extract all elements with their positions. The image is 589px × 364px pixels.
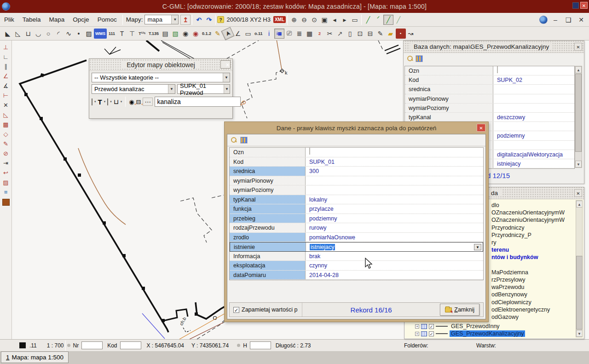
checkbox-checked-icon[interactable]: ✓ <box>429 331 434 336</box>
property-value[interactable]: 300 <box>306 167 483 176</box>
close-icon[interactable]: ✕ <box>220 60 231 69</box>
spline-icon[interactable]: ∿ <box>64 29 74 39</box>
line-styles-icon[interactable]: ≡ <box>1 187 11 197</box>
property-value[interactable]: digitalizacjaIWektoryzacja <box>493 150 574 159</box>
node-on-line-icon[interactable]: ⊥ <box>1 42 11 52</box>
chevron-down-icon[interactable]: ▼ <box>168 85 175 93</box>
property-value[interactable] <box>306 176 483 185</box>
zoom-window-icon[interactable]: ▭ <box>350 15 360 25</box>
split-icon[interactable]: ✂ <box>325 29 335 39</box>
text-135-icon[interactable]: T.135 <box>147 29 160 39</box>
mapy-combobox[interactable]: mapa ▼ <box>144 15 179 24</box>
fill-style-icon[interactable]: ▨ <box>84 29 94 39</box>
property-value[interactable] <box>493 85 574 93</box>
hatch-cross-icon[interactable]: ▩ <box>1 120 11 129</box>
chevron-down-icon[interactable]: ▾ <box>94 100 96 104</box>
legend-item[interactable]: rzPrzesylowy <box>491 277 525 283</box>
table-row[interactable]: dataPomiaru2014-04-28 <box>230 271 483 280</box>
chevron-down-icon[interactable]: ▼ <box>223 73 230 82</box>
numbering-icon[interactable]: 0.1.2 <box>201 29 213 39</box>
table-view-icon[interactable] <box>416 56 422 62</box>
nr-input[interactable] <box>81 341 103 349</box>
database-table-scrollbar[interactable]: ▲ ▼ <box>575 66 582 168</box>
property-value[interactable]: deszczowy <box>493 113 574 121</box>
legend-item[interactable]: odCieplowniczy <box>491 299 531 306</box>
legend-scrollbar[interactable]: ▲ ▼ <box>576 200 583 337</box>
legend-item[interactable]: MaPodziemna <box>491 269 528 276</box>
info-icon[interactable]: i <box>264 29 274 39</box>
checkbox-checked-icon[interactable]: ✓ <box>233 307 239 313</box>
polyline-node-icon[interactable]: ∡ <box>1 81 11 91</box>
more-options-button[interactable]: ⋯ <box>143 98 153 106</box>
draw-polyline-icon[interactable]: ╱ <box>363 15 373 25</box>
redo-button[interactable]: ↷ <box>204 15 214 25</box>
map-pin-icon[interactable]: • <box>396 29 406 39</box>
search-icon[interactable] <box>231 137 237 143</box>
menu-tabela[interactable]: Tabela <box>18 14 45 25</box>
table-row[interactable]: typKanallokalny <box>230 195 483 205</box>
chevron-down-icon[interactable]: ▾ <box>110 100 112 104</box>
zoom-in-icon[interactable]: ⊕ <box>289 15 299 25</box>
category-combobox[interactable]: -- Wszystkie kategorie -- ▼ <box>92 73 230 82</box>
document-icon[interactable]: ▯ <box>345 29 355 39</box>
table-row[interactable]: Informacjabrak <box>230 252 483 261</box>
scrollbar-thumb[interactable] <box>575 74 582 152</box>
h-input[interactable] <box>250 341 271 349</box>
symbol-filter-button[interactable]: ◉« <box>129 98 134 105</box>
send-to-map-icon[interactable]: ↥ <box>180 15 191 25</box>
draw-hv-line-icon[interactable]: ╱ <box>393 15 404 25</box>
table-row[interactable]: KodSUPK_01 <box>230 157 483 167</box>
legend-item[interactable]: terenu <box>491 247 509 253</box>
close-icon[interactable]: ✕ <box>574 43 582 51</box>
red-pencil-icon[interactable]: ✎ <box>1 139 11 149</box>
legend-tree-item[interactable]: +✓GES_PrzewodNaftowy <box>415 337 511 338</box>
table-row[interactable]: eksploatacjaczynny <box>230 261 483 271</box>
menu-pomoc[interactable]: Pomoc <box>93 14 121 25</box>
shape-curve-icon[interactable]: ↩ <box>1 168 11 178</box>
scroll-up-icon[interactable]: ▲ <box>576 201 583 208</box>
shape-arrow-icon[interactable]: ⇥ <box>1 158 11 168</box>
point-icon[interactable]: • <box>74 29 84 39</box>
property-value[interactable] <box>493 104 574 112</box>
expand-icon[interactable]: + <box>415 324 419 329</box>
close-window-button[interactable]: ✕ <box>576 15 586 25</box>
search-icon[interactable] <box>407 56 413 62</box>
table-row[interactable]: przebiegpodziemny <box>230 214 483 224</box>
polygon-outline-icon[interactable]: ◺ <box>13 29 23 39</box>
layer-table-icon[interactable] <box>421 331 427 336</box>
table-row[interactable]: Ozn <box>230 148 483 157</box>
current-color-swatch[interactable] <box>2 199 10 206</box>
dimension-icon[interactable]: 111 <box>107 29 117 39</box>
property-value[interactable]: istniejacy <box>493 159 574 168</box>
zoom-out-icon[interactable]: ⊖ <box>299 15 309 25</box>
data-dialog-header[interactable]: Dane - prawy klawisz myszki zaznacza pol… <box>225 122 488 134</box>
property-value[interactable] <box>493 66 574 75</box>
line-color-swatch[interactable] <box>107 98 108 105</box>
editor-dialog-header[interactable]: Edytor mapy obiektowej ✕ <box>89 59 232 71</box>
selection-rect-icon[interactable]: ▭ <box>243 29 253 39</box>
circle-icon[interactable]: ○ <box>43 29 53 39</box>
property-value[interactable]: 2014-04-28 <box>306 271 483 280</box>
draw-point-line-icon[interactable]: ⸍ <box>373 15 383 25</box>
clipboard-icon[interactable]: ⊟ <box>365 29 375 39</box>
legend-item[interactable]: dlo <box>491 202 499 208</box>
legend-tree-item[interactable]: +✓GES_PrzewodInny <box>415 323 501 330</box>
checkbox[interactable] <box>309 148 310 155</box>
code-combobox[interactable]: SUPK_01 Przewód ▼ <box>177 84 230 94</box>
menu-opcje[interactable]: Opcje <box>69 14 93 25</box>
chevron-down-icon[interactable]: ▾ <box>104 100 106 104</box>
path-pen-icon[interactable]: ↝ <box>406 29 416 39</box>
scrollbar-thumb[interactable] <box>576 256 583 329</box>
view-previous-icon[interactable]: ◂ <box>329 15 340 25</box>
property-value[interactable] <box>306 148 483 157</box>
restore-button[interactable]: ❑ <box>563 15 573 25</box>
corner-style-button[interactable]: ⊔ <box>114 98 119 105</box>
property-value[interactable]: podziemny <box>306 214 483 223</box>
fill-color-swatch[interactable] <box>92 98 92 105</box>
view-next-icon[interactable]: ▸ <box>340 15 350 25</box>
table-row[interactable]: rodzajPrzewodururowy <box>230 223 483 233</box>
polygon-hatch-icon[interactable]: ▨ <box>1 178 11 187</box>
table-row[interactable]: wymiarPionowy <box>405 94 574 104</box>
property-value[interactable] <box>493 122 574 131</box>
chart-icon[interactable]: ↗ <box>335 29 345 39</box>
